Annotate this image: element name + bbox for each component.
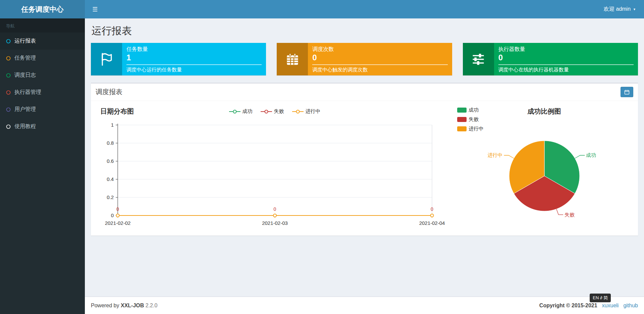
navbar-content: ☰ 欢迎 admin ▼ bbox=[85, 0, 644, 18]
circle-icon bbox=[6, 107, 11, 112]
footer-powered-by: Powered by XXL-JOB 2.2.0 bbox=[91, 303, 157, 309]
line-marker-icon bbox=[292, 110, 304, 114]
point-value-label: 0 bbox=[116, 206, 119, 212]
circle-icon bbox=[6, 73, 11, 78]
sidebar-item-label: 用户管理 bbox=[14, 106, 36, 113]
info-box-title: 调度次数 bbox=[312, 46, 447, 53]
user-dropdown[interactable]: 欢迎 admin ▼ bbox=[596, 0, 644, 18]
sidebar-item-label: 调度日志 bbox=[14, 72, 36, 79]
calendar-icon bbox=[624, 89, 630, 95]
y-tick: 0.4 bbox=[107, 176, 114, 182]
info-box-trigger-count: 调度次数 0 调度中心触发的调度次数 bbox=[277, 43, 452, 75]
info-box-job-count: 任务数量 1 调度中心运行的任务数量 bbox=[91, 43, 266, 75]
ime-language-badge[interactable]: EN ∂ 简 bbox=[590, 294, 611, 302]
legend-item-success[interactable]: 成功 bbox=[457, 107, 484, 113]
y-tick: 0.8 bbox=[107, 140, 114, 146]
circle-icon bbox=[6, 124, 11, 129]
sidebar: 导航 运行报表 任务管理 调度日志 执行器管理 用户管理 使用教程 bbox=[0, 18, 85, 314]
info-box-content: 任务数量 1 调度中心运行的任务数量 bbox=[122, 43, 266, 75]
data-point bbox=[431, 214, 434, 217]
panel-body: 日期分布图 成功 失败 bbox=[91, 101, 638, 236]
x-label: 2021-02-02 bbox=[105, 220, 131, 226]
app-logo[interactable]: 任务调度中心 bbox=[0, 0, 85, 18]
legend-item-fail[interactable]: 失败 bbox=[261, 108, 284, 115]
info-box-value: 0 bbox=[312, 53, 447, 63]
line-marker-icon bbox=[229, 110, 240, 114]
pie-label-running: 进行中 bbox=[487, 152, 502, 158]
line-chart: 日期分布图 成功 失败 bbox=[95, 106, 454, 229]
sidebar-item-job-manage[interactable]: 任务管理 bbox=[0, 50, 85, 67]
legend-label: 进行中 bbox=[469, 126, 484, 132]
callout-line bbox=[556, 209, 563, 215]
caret-down-icon: ▼ bbox=[633, 8, 636, 11]
sidebar-item-job-log[interactable]: 调度日志 bbox=[0, 67, 85, 84]
brand-name: XXL-JOB bbox=[121, 303, 144, 308]
info-box-content: 执行器数量 0 调度中心在线的执行器机器数量 bbox=[494, 43, 638, 75]
pie-label-fail: 失败 bbox=[565, 212, 575, 217]
sliders-icon bbox=[463, 43, 494, 75]
report-panel: 调度报表 日期分布图 bbox=[91, 83, 638, 236]
pie-label-success: 成功 bbox=[586, 152, 596, 158]
page-title: 运行报表 bbox=[91, 18, 638, 43]
info-box-executor-count: 执行器数量 0 调度中心在线的执行器机器数量 bbox=[463, 43, 638, 75]
sidebar-item-label: 运行报表 bbox=[14, 38, 36, 45]
callout-line bbox=[575, 155, 585, 159]
calendar-icon bbox=[277, 43, 308, 75]
info-box-progress bbox=[126, 64, 262, 65]
point-value-label: 0 bbox=[274, 206, 276, 212]
footer: Powered by XXL-JOB 2.2.0 Copyright © 201… bbox=[85, 297, 644, 314]
info-box-content: 调度次数 0 调度中心触发的调度次数 bbox=[308, 43, 452, 75]
info-box-progress bbox=[498, 64, 634, 65]
data-point bbox=[273, 214, 276, 217]
legend-item-running[interactable]: 进行中 bbox=[292, 108, 321, 115]
info-box-description: 调度中心运行的任务数量 bbox=[126, 67, 262, 73]
xuxueli-link[interactable]: xuxueli bbox=[602, 303, 619, 309]
sidebar-item-user-manage[interactable]: 用户管理 bbox=[0, 101, 85, 118]
data-point bbox=[116, 214, 119, 217]
sidebar-item-label: 使用教程 bbox=[14, 123, 36, 130]
swatch-icon bbox=[457, 117, 467, 122]
legend-label: 进行中 bbox=[306, 108, 321, 115]
sidebar-item-executor-manage[interactable]: 执行器管理 bbox=[0, 84, 85, 101]
sidebar-toggle-icon[interactable]: ☰ bbox=[85, 0, 105, 18]
flag-icon bbox=[91, 43, 122, 75]
y-tick: 0.2 bbox=[107, 194, 114, 200]
line-marker-icon bbox=[261, 110, 272, 114]
legend-item-fail[interactable]: 失败 bbox=[457, 116, 484, 123]
legend-item-success[interactable]: 成功 bbox=[229, 108, 253, 115]
sidebar-item-run-report[interactable]: 运行报表 bbox=[0, 33, 85, 50]
legend-label: 成功 bbox=[469, 107, 479, 113]
legend-item-running[interactable]: 进行中 bbox=[457, 126, 484, 132]
sidebar-item-label: 执行器管理 bbox=[14, 89, 41, 96]
x-label: 2021-02-03 bbox=[262, 220, 288, 226]
swatch-icon bbox=[457, 108, 467, 113]
sidebar-section-label: 导航 bbox=[0, 18, 85, 33]
sidebar-item-tutorial[interactable]: 使用教程 bbox=[0, 118, 85, 135]
info-box-value: 0 bbox=[498, 53, 634, 63]
y-tick: 1 bbox=[111, 122, 114, 128]
info-box-row: 任务数量 1 调度中心运行的任务数量 调度次 bbox=[91, 43, 638, 75]
panel-title: 调度报表 bbox=[96, 87, 122, 97]
pie-chart: 成功比例图 成功 失败 bbox=[454, 106, 634, 229]
info-box-value: 1 bbox=[126, 53, 262, 63]
y-tick: 0.6 bbox=[107, 158, 114, 164]
y-tick: 0 bbox=[111, 212, 114, 218]
legend-label: 失败 bbox=[274, 108, 284, 115]
circle-icon bbox=[6, 90, 11, 95]
top-navbar: 任务调度中心 ☰ 欢迎 admin ▼ bbox=[0, 0, 644, 18]
circle-icon bbox=[6, 39, 11, 44]
legend-label: 失败 bbox=[469, 116, 479, 123]
powered-prefix: Powered by bbox=[91, 303, 119, 308]
line-chart-legend: 成功 失败 进行中 bbox=[95, 108, 454, 115]
main-content: 运行报表 任务数量 1 调度中心运行的任务数量 bbox=[85, 18, 644, 297]
circle-icon bbox=[6, 56, 11, 61]
info-box-progress bbox=[312, 64, 447, 65]
footer-copyright-area: Copyright © 2015-2021 xuxueli github bbox=[539, 303, 638, 309]
date-filter-button[interactable] bbox=[621, 87, 633, 97]
info-box-description: 调度中心在线的执行器机器数量 bbox=[498, 67, 634, 73]
copyright-text: Copyright © 2015-2021 bbox=[539, 303, 597, 309]
swatch-icon bbox=[457, 126, 467, 131]
github-link[interactable]: github bbox=[623, 303, 638, 309]
info-box-description: 调度中心触发的调度次数 bbox=[312, 67, 447, 73]
panel-header: 调度报表 bbox=[91, 83, 638, 101]
